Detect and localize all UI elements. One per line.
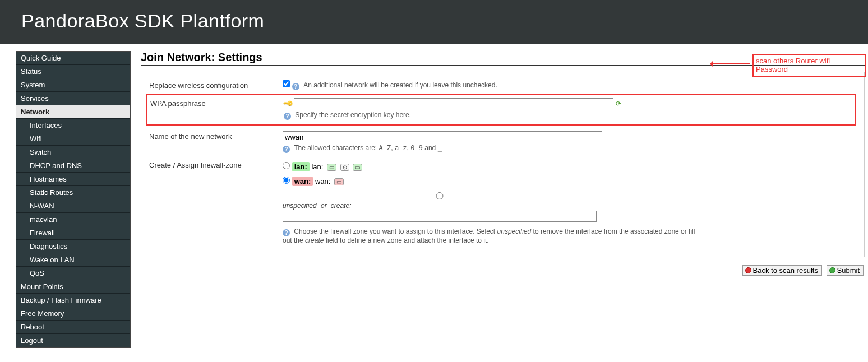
input-create-zone[interactable] bbox=[283, 211, 597, 222]
radio-zone-wan[interactable] bbox=[283, 177, 290, 184]
sidebar-item-hostnames[interactable]: Hostnames bbox=[16, 173, 130, 186]
main-content: scan others Router wifi Password Join Ne… bbox=[131, 51, 868, 287]
sidebar-item-macvlan[interactable]: macvlan bbox=[16, 213, 130, 226]
label-wpa: WPA passphrase bbox=[150, 98, 284, 108]
sidebar-item-wifi[interactable]: Wifi bbox=[16, 132, 130, 146]
sidebar-item-switch[interactable]: Switch bbox=[16, 146, 130, 159]
sidebar-item-free-memory[interactable]: Free Memory bbox=[16, 307, 130, 321]
iface-badge-icon: ▭ bbox=[353, 164, 362, 171]
checkbox-replace[interactable] bbox=[283, 80, 290, 87]
hint-netname-prefix: The allowed characters are: bbox=[294, 144, 378, 152]
info-icon: ? bbox=[292, 83, 299, 90]
radio-zone-unspecified[interactable] bbox=[283, 192, 597, 199]
info-icon: ? bbox=[283, 229, 290, 236]
submit-button[interactable]: Submit bbox=[827, 265, 864, 276]
annotation-text: scan others Router wifi Password bbox=[756, 57, 830, 73]
app-title: PandoraBox SDK Plantform bbox=[21, 10, 851, 32]
sidebar-item-dhcp-and-dns[interactable]: DHCP and DNS bbox=[16, 159, 130, 173]
highlight-wpa-row: WPA passphrase 🔑 ⟳ ? Specify the secret … bbox=[146, 94, 856, 126]
sidebar-item-status[interactable]: Status bbox=[16, 65, 130, 78]
sidebar-item-static-routes[interactable]: Static Routes bbox=[16, 186, 130, 199]
iface-badge-icon: ⊙ bbox=[340, 164, 349, 171]
label-replace: Replace wireless configuration bbox=[149, 80, 283, 90]
sidebar-item-qos[interactable]: QoS bbox=[16, 267, 130, 280]
settings-fieldset: Replace wireless configuration ? An addi… bbox=[141, 72, 865, 257]
sidebar-item-wake-on-lan[interactable]: Wake on LAN bbox=[16, 253, 130, 267]
sidebar-item-mount-points[interactable]: Mount Points bbox=[16, 280, 130, 294]
sidebar-item-services[interactable]: Services bbox=[16, 92, 130, 105]
key-icon: 🔑 bbox=[282, 98, 294, 109]
cancel-dot-icon bbox=[745, 267, 751, 273]
sidebar-item-firewall[interactable]: Firewall bbox=[16, 226, 130, 240]
sidebar-item-n-wan[interactable]: N-WAN bbox=[16, 199, 130, 213]
sidebar-item-quick-guide[interactable]: Quick Guide bbox=[16, 52, 130, 65]
row-wpa: WPA passphrase 🔑 ⟳ ? Specify the secret … bbox=[150, 96, 853, 121]
sidebar-item-network[interactable]: Network bbox=[16, 105, 130, 119]
sidebar-item-reboot[interactable]: Reboot bbox=[16, 321, 130, 334]
row-replace-config: Replace wireless configuration ? An addi… bbox=[149, 78, 856, 95]
app-header: PandoraBox SDK Plantform bbox=[0, 0, 868, 44]
reveal-password-icon[interactable]: ⟳ bbox=[616, 100, 624, 108]
zone-lan-label[interactable]: lan: lan: ▭ ⊙ ▭ bbox=[292, 163, 363, 171]
sidebar-item-interfaces[interactable]: Interfaces bbox=[16, 119, 130, 132]
input-network-name[interactable] bbox=[283, 131, 602, 142]
sidebar-item-diagnostics[interactable]: Diagnostics bbox=[16, 240, 130, 253]
back-button[interactable]: Back to scan results bbox=[742, 265, 822, 276]
sidebar-item-backup-flash-firmware[interactable]: Backup / Flash Firmware bbox=[16, 294, 130, 307]
label-zone: Create / Assign firewall-zone bbox=[149, 160, 283, 169]
input-wpa-passphrase[interactable] bbox=[294, 98, 613, 109]
info-icon: ? bbox=[284, 113, 291, 120]
hint-wpa: Specify the secret encryption key here. bbox=[295, 111, 411, 119]
label-netname: Name of the new network bbox=[149, 131, 283, 141]
ok-dot-icon bbox=[829, 267, 835, 273]
sidebar-item-logout[interactable]: Logout bbox=[16, 334, 130, 347]
iface-badge-icon: ▭ bbox=[327, 164, 336, 171]
sidebar-item-system[interactable]: System bbox=[16, 78, 130, 92]
annotation-box: scan others Router wifi Password bbox=[752, 54, 866, 77]
unspecified-label: unspecified -or- create: bbox=[283, 202, 352, 210]
annotation-arrow bbox=[711, 63, 750, 64]
row-network-name: Name of the new network ? The allowed ch… bbox=[149, 129, 856, 157]
hint-replace: An additional network will be created if… bbox=[303, 81, 497, 89]
info-icon: ? bbox=[283, 146, 290, 153]
row-firewall-zone: Create / Assign firewall-zone lan: lan: … bbox=[149, 157, 856, 249]
zone-wan-label[interactable]: wan: wan: ▭ bbox=[292, 177, 344, 185]
sidebar-nav: Quick GuideStatusSystemServicesNetworkIn… bbox=[16, 51, 131, 348]
action-bar: Back to scan results Submit bbox=[141, 262, 865, 276]
iface-badge-icon: ▭ bbox=[334, 178, 344, 185]
radio-zone-lan[interactable] bbox=[283, 162, 290, 169]
